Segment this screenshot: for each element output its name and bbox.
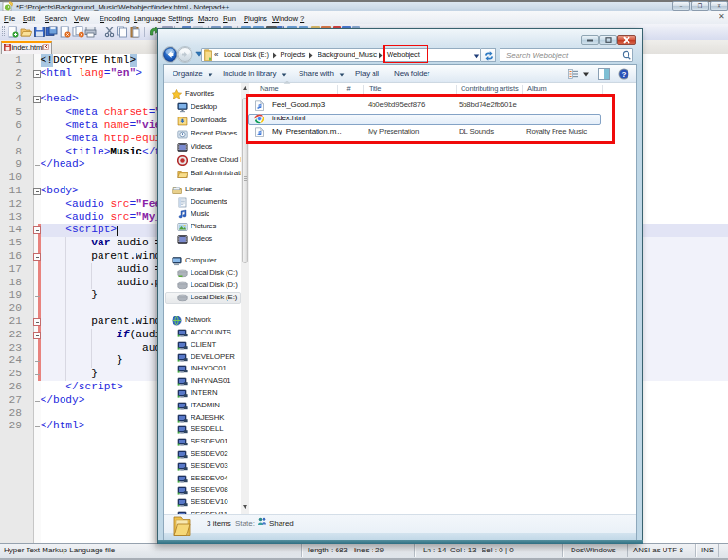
svg-text:?: ? (622, 70, 627, 79)
